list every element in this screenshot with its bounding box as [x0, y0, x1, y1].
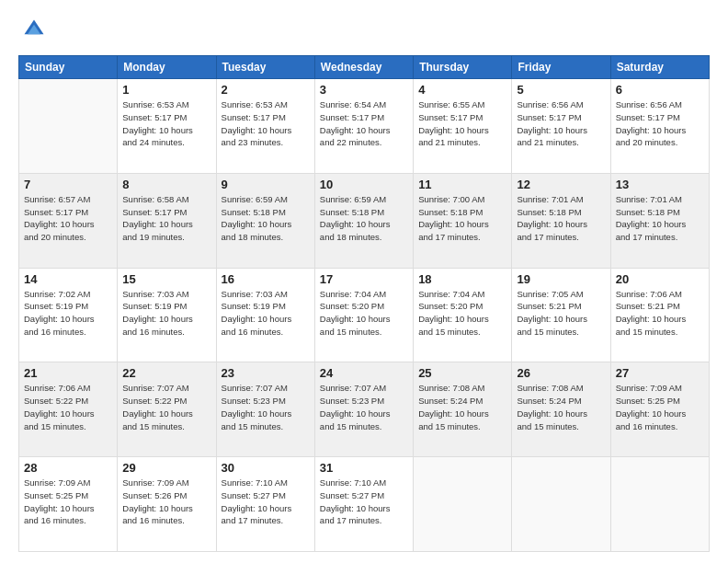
calendar-cell: 20Sunrise: 7:06 AMSunset: 5:21 PMDayligh…	[610, 268, 709, 362]
day-number: 19	[517, 272, 605, 286]
day-number: 4	[418, 83, 506, 97]
day-number: 22	[122, 366, 210, 380]
day-info: Sunrise: 7:01 AMSunset: 5:18 PMDaylight:…	[517, 193, 605, 244]
calendar-cell: 16Sunrise: 7:03 AMSunset: 5:19 PMDayligh…	[216, 268, 314, 362]
calendar-cell: 11Sunrise: 7:00 AMSunset: 5:18 PMDayligh…	[414, 173, 512, 268]
day-info: Sunrise: 6:58 AMSunset: 5:17 PMDaylight:…	[122, 193, 210, 244]
day-info: Sunrise: 6:59 AMSunset: 5:18 PMDaylight:…	[222, 193, 310, 244]
week-row-1: 1Sunrise: 6:53 AMSunset: 5:17 PMDaylight…	[19, 79, 710, 174]
logo	[18, 17, 47, 46]
day-info: Sunrise: 7:04 AMSunset: 5:20 PMDaylight:…	[320, 288, 408, 339]
day-number: 6	[616, 83, 704, 97]
day-number: 9	[222, 178, 310, 191]
calendar-cell: 6Sunrise: 6:56 AMSunset: 5:17 PMDaylight…	[610, 79, 709, 174]
calendar-cell: 26Sunrise: 7:08 AMSunset: 5:24 PMDayligh…	[512, 362, 610, 457]
calendar-cell: 14Sunrise: 7:02 AMSunset: 5:19 PMDayligh…	[19, 268, 118, 362]
week-row-2: 7Sunrise: 6:57 AMSunset: 5:17 PMDaylight…	[19, 173, 710, 268]
calendar-cell: 27Sunrise: 7:09 AMSunset: 5:25 PMDayligh…	[610, 362, 709, 457]
day-info: Sunrise: 7:08 AMSunset: 5:24 PMDaylight:…	[517, 382, 605, 432]
day-info: Sunrise: 7:06 AMSunset: 5:22 PMDaylight:…	[24, 382, 112, 432]
calendar-cell	[512, 457, 610, 552]
calendar-cell	[610, 457, 709, 552]
day-info: Sunrise: 7:03 AMSunset: 5:19 PMDaylight:…	[222, 288, 310, 339]
day-number: 20	[616, 272, 704, 286]
calendar-cell: 13Sunrise: 7:01 AMSunset: 5:18 PMDayligh…	[610, 173, 709, 268]
day-info: Sunrise: 7:04 AMSunset: 5:20 PMDaylight:…	[418, 288, 506, 339]
day-number: 21	[24, 366, 112, 380]
calendar-cell: 22Sunrise: 7:07 AMSunset: 5:22 PMDayligh…	[118, 362, 216, 457]
day-info: Sunrise: 7:07 AMSunset: 5:22 PMDaylight:…	[122, 382, 210, 432]
day-info: Sunrise: 7:01 AMSunset: 5:18 PMDaylight:…	[616, 193, 704, 244]
calendar-cell: 29Sunrise: 7:09 AMSunset: 5:26 PMDayligh…	[118, 457, 216, 552]
day-header-saturday: Saturday	[610, 56, 709, 79]
day-number: 25	[418, 366, 506, 380]
day-info: Sunrise: 6:55 AMSunset: 5:17 PMDaylight:…	[418, 98, 506, 149]
calendar-cell: 5Sunrise: 6:56 AMSunset: 5:17 PMDaylight…	[512, 79, 610, 174]
header	[18, 17, 710, 46]
day-number: 13	[616, 178, 704, 191]
calendar-cell: 21Sunrise: 7:06 AMSunset: 5:22 PMDayligh…	[19, 362, 118, 457]
day-info: Sunrise: 6:56 AMSunset: 5:17 PMDaylight:…	[517, 98, 605, 149]
calendar-cell: 28Sunrise: 7:09 AMSunset: 5:25 PMDayligh…	[19, 457, 118, 552]
calendar-cell	[414, 457, 512, 552]
calendar-cell: 31Sunrise: 7:10 AMSunset: 5:27 PMDayligh…	[314, 457, 413, 552]
day-number: 26	[517, 366, 605, 380]
day-number: 1	[122, 83, 210, 97]
day-info: Sunrise: 7:07 AMSunset: 5:23 PMDaylight:…	[222, 382, 310, 432]
day-info: Sunrise: 6:54 AMSunset: 5:17 PMDaylight:…	[320, 98, 408, 149]
day-info: Sunrise: 6:53 AMSunset: 5:17 PMDaylight:…	[122, 98, 210, 149]
day-header-monday: Monday	[118, 56, 216, 79]
calendar-cell: 10Sunrise: 6:59 AMSunset: 5:18 PMDayligh…	[314, 173, 413, 268]
calendar-cell: 30Sunrise: 7:10 AMSunset: 5:27 PMDayligh…	[216, 457, 314, 552]
day-number: 27	[616, 366, 704, 380]
day-number: 12	[517, 178, 605, 191]
day-number: 15	[122, 272, 210, 286]
day-info: Sunrise: 7:10 AMSunset: 5:27 PMDaylight:…	[320, 477, 408, 527]
day-number: 10	[320, 178, 408, 191]
day-info: Sunrise: 7:09 AMSunset: 5:26 PMDaylight:…	[122, 477, 210, 527]
calendar-cell: 4Sunrise: 6:55 AMSunset: 5:17 PMDaylight…	[414, 79, 512, 174]
day-info: Sunrise: 6:56 AMSunset: 5:17 PMDaylight:…	[616, 98, 704, 149]
day-number: 5	[517, 83, 605, 97]
calendar-table: SundayMondayTuesdayWednesdayThursdayFrid…	[18, 55, 710, 552]
day-number: 3	[320, 83, 408, 97]
day-number: 2	[222, 83, 310, 97]
day-header-sunday: Sunday	[19, 56, 118, 79]
day-info: Sunrise: 7:00 AMSunset: 5:18 PMDaylight:…	[418, 193, 506, 244]
calendar-cell: 8Sunrise: 6:58 AMSunset: 5:17 PMDaylight…	[118, 173, 216, 268]
page: SundayMondayTuesdayWednesdayThursdayFrid…	[0, 0, 728, 563]
calendar-cell: 17Sunrise: 7:04 AMSunset: 5:20 PMDayligh…	[314, 268, 413, 362]
day-info: Sunrise: 7:09 AMSunset: 5:25 PMDaylight:…	[616, 382, 704, 432]
calendar-cell: 12Sunrise: 7:01 AMSunset: 5:18 PMDayligh…	[512, 173, 610, 268]
calendar-cell: 19Sunrise: 7:05 AMSunset: 5:21 PMDayligh…	[512, 268, 610, 362]
day-info: Sunrise: 6:57 AMSunset: 5:17 PMDaylight:…	[24, 193, 112, 244]
calendar-header-row: SundayMondayTuesdayWednesdayThursdayFrid…	[19, 56, 710, 79]
day-number: 23	[222, 366, 310, 380]
day-info: Sunrise: 6:59 AMSunset: 5:18 PMDaylight:…	[320, 193, 408, 244]
week-row-3: 14Sunrise: 7:02 AMSunset: 5:19 PMDayligh…	[19, 268, 710, 362]
day-number: 17	[320, 272, 408, 286]
day-number: 30	[222, 461, 310, 475]
day-number: 24	[320, 366, 408, 380]
week-row-5: 28Sunrise: 7:09 AMSunset: 5:25 PMDayligh…	[19, 457, 710, 552]
calendar-cell	[19, 79, 118, 174]
day-number: 31	[320, 461, 408, 475]
calendar-cell: 24Sunrise: 7:07 AMSunset: 5:23 PMDayligh…	[314, 362, 413, 457]
calendar-cell: 2Sunrise: 6:53 AMSunset: 5:17 PMDaylight…	[216, 79, 314, 174]
day-info: Sunrise: 7:09 AMSunset: 5:25 PMDaylight:…	[24, 477, 112, 527]
day-header-tuesday: Tuesday	[216, 56, 314, 79]
day-number: 7	[24, 178, 112, 191]
day-header-friday: Friday	[512, 56, 610, 79]
calendar-cell: 23Sunrise: 7:07 AMSunset: 5:23 PMDayligh…	[216, 362, 314, 457]
week-row-4: 21Sunrise: 7:06 AMSunset: 5:22 PMDayligh…	[19, 362, 710, 457]
calendar-cell: 25Sunrise: 7:08 AMSunset: 5:24 PMDayligh…	[414, 362, 512, 457]
calendar-cell: 7Sunrise: 6:57 AMSunset: 5:17 PMDaylight…	[19, 173, 118, 268]
day-number: 14	[24, 272, 112, 286]
calendar-cell: 15Sunrise: 7:03 AMSunset: 5:19 PMDayligh…	[118, 268, 216, 362]
day-info: Sunrise: 7:10 AMSunset: 5:27 PMDaylight:…	[222, 477, 310, 527]
day-info: Sunrise: 6:53 AMSunset: 5:17 PMDaylight:…	[222, 98, 310, 149]
logo-icon	[21, 17, 47, 42]
day-header-wednesday: Wednesday	[314, 56, 413, 79]
day-info: Sunrise: 7:02 AMSunset: 5:19 PMDaylight:…	[24, 288, 112, 339]
calendar-cell: 1Sunrise: 6:53 AMSunset: 5:17 PMDaylight…	[118, 79, 216, 174]
